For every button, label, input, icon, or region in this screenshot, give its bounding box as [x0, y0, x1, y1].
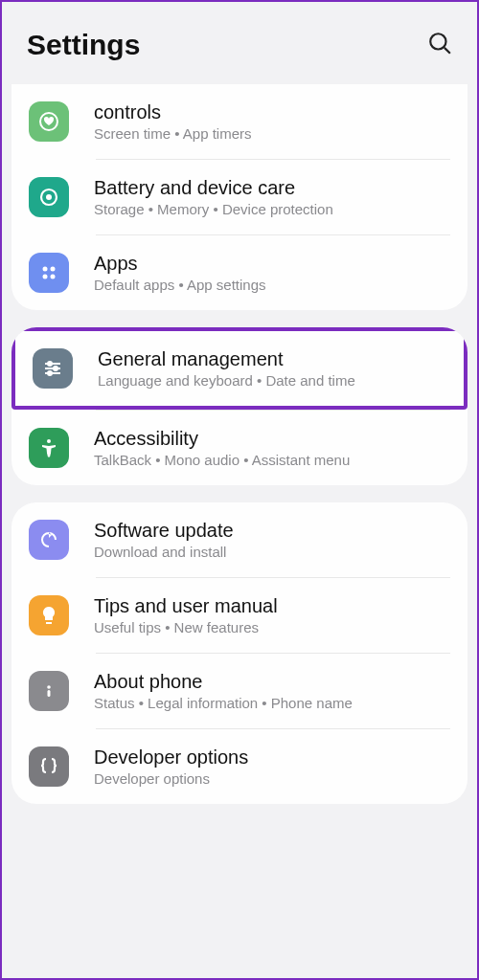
svg-point-0: [430, 33, 445, 49]
item-subtitle: Screen time • App timers: [94, 125, 454, 142]
settings-item-software-update[interactable]: Software update Download and install: [11, 502, 468, 577]
battery-care-icon: [29, 177, 69, 217]
settings-group: Software update Download and install Tip…: [11, 502, 468, 804]
info-icon: [29, 671, 69, 711]
item-title: About phone: [94, 671, 454, 693]
item-text: Tips and user manual Useful tips • New f…: [94, 595, 454, 635]
svg-point-8: [51, 275, 56, 279]
item-text: Developer options Developer options: [94, 746, 454, 787]
settings-item-general-management[interactable]: General management Language and keyboard…: [11, 327, 468, 410]
accessibility-icon: [29, 428, 69, 468]
settings-item-tips[interactable]: Tips and user manual Useful tips • New f…: [11, 578, 468, 653]
settings-item-controls[interactable]: controls Screen time • App timers: [11, 84, 468, 159]
item-title: controls: [94, 101, 454, 123]
settings-group: General management Language and keyboard…: [11, 327, 468, 485]
svg-point-16: [47, 685, 51, 689]
item-text: Accessibility TalkBack • Mono audio • As…: [94, 428, 454, 468]
settings-item-accessibility[interactable]: Accessibility TalkBack • Mono audio • As…: [11, 411, 468, 485]
settings-item-battery[interactable]: Battery and device care Storage • Memory…: [11, 160, 468, 234]
search-button[interactable]: [427, 31, 452, 59]
settings-group: controls Screen time • App timers Batter…: [11, 84, 468, 310]
apps-grid-icon: [29, 253, 69, 293]
item-title: Developer options: [94, 746, 454, 768]
item-text: Battery and device care Storage • Memory…: [94, 177, 454, 217]
page-title: Settings: [27, 29, 140, 61]
item-text: Software update Download and install: [94, 520, 454, 560]
settings-item-about-phone[interactable]: About phone Status • Legal information •…: [11, 654, 468, 728]
item-subtitle: Download and install: [94, 544, 454, 560]
item-text: General management Language and keyboard…: [98, 348, 450, 389]
item-subtitle: Status • Legal information • Phone name: [94, 695, 454, 711]
item-title: Accessibility: [94, 428, 454, 450]
svg-point-12: [48, 362, 52, 366]
svg-point-4: [46, 194, 52, 200]
item-subtitle: Useful tips • New features: [94, 619, 454, 635]
settings-item-apps[interactable]: Apps Default apps • App settings: [11, 235, 468, 310]
settings-item-developer-options[interactable]: Developer options Developer options: [11, 729, 468, 804]
item-subtitle: Storage • Memory • Device protection: [94, 201, 454, 217]
svg-point-14: [48, 371, 52, 375]
heart-circle-icon: [29, 101, 69, 142]
item-title: Apps: [94, 253, 454, 275]
svg-point-13: [54, 367, 57, 370]
svg-point-15: [47, 439, 51, 443]
sliders-icon: [33, 348, 73, 389]
item-text: Apps Default apps • App settings: [94, 253, 454, 293]
item-subtitle: Language and keyboard • Date and time: [98, 372, 450, 389]
braces-icon: [29, 746, 69, 787]
item-text: controls Screen time • App timers: [94, 101, 454, 142]
item-title: Battery and device care: [94, 177, 454, 199]
item-subtitle: Developer options: [94, 770, 454, 787]
svg-point-5: [43, 267, 48, 272]
item-text: About phone Status • Legal information •…: [94, 671, 454, 711]
item-title: Tips and user manual: [94, 595, 454, 617]
svg-rect-17: [48, 690, 51, 697]
item-title: General management: [98, 348, 450, 370]
update-icon: [29, 520, 69, 560]
svg-point-7: [43, 275, 48, 279]
svg-point-6: [51, 267, 56, 272]
item-subtitle: Default apps • App settings: [94, 277, 454, 293]
header: Settings: [2, 2, 477, 78]
search-icon: [427, 31, 452, 56]
item-title: Software update: [94, 520, 454, 542]
lightbulb-icon: [29, 595, 69, 635]
svg-line-1: [445, 48, 450, 54]
item-subtitle: TalkBack • Mono audio • Assistant menu: [94, 452, 454, 468]
